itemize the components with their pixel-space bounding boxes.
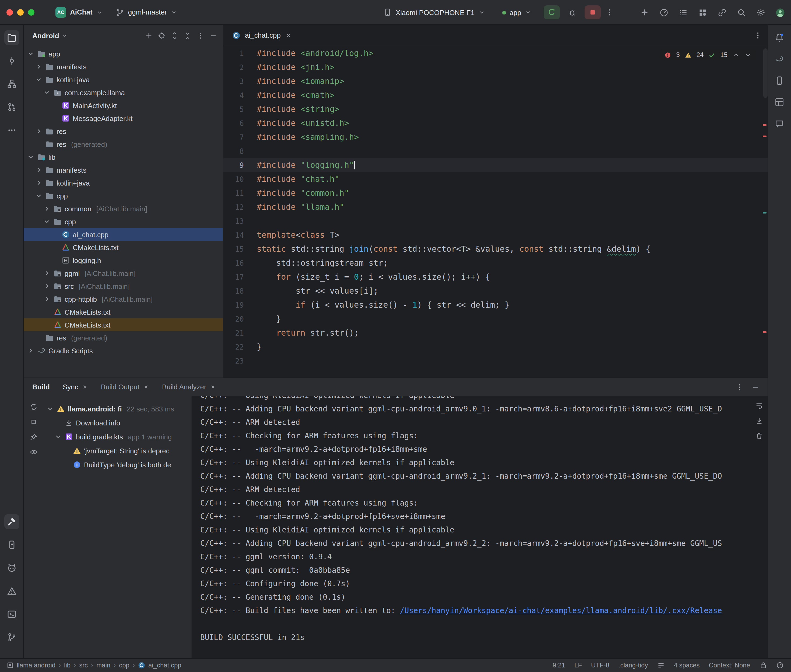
project-tree-item-app[interactable]: app xyxy=(24,47,223,60)
rerun-button[interactable] xyxy=(544,5,560,19)
console-file-link[interactable]: /Users/hanyin/Workspace/ai-chat/examples… xyxy=(400,606,722,615)
project-toolwindow-button[interactable] xyxy=(4,30,19,45)
clear-icon[interactable] xyxy=(755,432,763,440)
more-tools-toolwindow-button[interactable] xyxy=(4,123,19,138)
build-tree-item-jvmtarget-string-is-deprec[interactable]: 'jvmTarget: String' is deprec xyxy=(43,444,191,458)
breadcrumb-main[interactable]: main xyxy=(96,661,110,669)
pull-requests-toolwindow-button[interactable] xyxy=(4,99,19,115)
terminal-toolwindow-button[interactable] xyxy=(4,606,19,621)
build-panel-title[interactable]: Build xyxy=(32,383,50,391)
chevron-right-icon[interactable] xyxy=(35,63,43,70)
run-configuration-selector[interactable]: app xyxy=(497,4,536,21)
line-number[interactable]: 11 xyxy=(223,186,257,200)
build-tree-item-buildtype-debug-is-both-de[interactable]: BuildType 'debug' is both de xyxy=(43,458,191,472)
project-tree-item-src[interactable]: src[AiChat.lib.main] xyxy=(24,280,223,293)
line-number[interactable]: 16 xyxy=(223,256,257,270)
code-line-17[interactable]: 17 for (size_t i = 0; i < values.size();… xyxy=(223,270,767,284)
chevron-right-icon[interactable] xyxy=(43,269,51,277)
project-tree-item-manifests[interactable]: manifests xyxy=(24,163,223,176)
project-tree-item-res[interactable]: res xyxy=(24,125,223,138)
line-number[interactable]: 3 xyxy=(223,74,257,88)
expand-all-icon[interactable] xyxy=(171,32,179,40)
project-tree-item-res[interactable]: res(generated) xyxy=(24,138,223,150)
line-number[interactable]: 23 xyxy=(223,354,257,368)
caret-position[interactable]: 9:21 xyxy=(552,661,565,669)
code-line-6[interactable]: 6#include <unistd.h> xyxy=(223,116,767,130)
code-line-15[interactable]: 15static std::string join(const std::vec… xyxy=(223,242,767,256)
scroll-end-icon[interactable] xyxy=(755,417,763,425)
error-stripe-mark[interactable] xyxy=(762,331,766,333)
build-console[interactable]: C/C++: -- Using KleidiAI optimized kerne… xyxy=(192,396,767,658)
project-tree-item-logging-h[interactable]: logging.h xyxy=(24,254,223,267)
pin-icon[interactable] xyxy=(29,433,37,441)
error-stripe-mark[interactable] xyxy=(762,136,766,137)
code-line-3[interactable]: 3#include <iomanip> xyxy=(223,74,767,88)
gradle-toolwindow-button[interactable] xyxy=(772,52,787,67)
eye-icon[interactable] xyxy=(29,448,37,456)
project-tree-item-com-example-llama[interactable]: com.example.llama xyxy=(24,86,223,99)
settings-icon[interactable] xyxy=(756,8,765,17)
line-number[interactable]: 8 xyxy=(223,144,257,158)
project-view-selector[interactable]: Android xyxy=(32,32,68,40)
line-number[interactable]: 9 xyxy=(223,158,257,172)
line-number[interactable]: 14 xyxy=(223,228,257,242)
build-toolwindow-button[interactable] xyxy=(4,514,19,529)
project-tree-item-gradle-scripts[interactable]: Gradle Scripts xyxy=(24,344,223,357)
breadcrumb-llama-android[interactable]: llama.android xyxy=(6,661,55,669)
sync-icon[interactable] xyxy=(29,403,37,411)
search-icon[interactable] xyxy=(736,8,746,17)
chevron-right-icon[interactable] xyxy=(35,166,43,174)
close-icon[interactable] xyxy=(210,384,216,390)
profiler-icon[interactable] xyxy=(659,8,668,17)
line-number[interactable]: 6 xyxy=(223,116,257,130)
problems-toolwindow-button[interactable] xyxy=(4,583,19,598)
code-line-11[interactable]: 11#include "common.h" xyxy=(223,186,767,200)
project-tree-item-ai-chat-cpp[interactable]: ai_chat.cpp xyxy=(24,228,223,241)
error-stripe-mark[interactable] xyxy=(762,124,766,126)
suspend-icon[interactable] xyxy=(29,418,37,426)
line-number[interactable]: 5 xyxy=(223,102,257,116)
project-tree-item-res[interactable]: res(generated) xyxy=(24,331,223,344)
more-run-actions-icon[interactable] xyxy=(605,8,614,17)
line-number[interactable]: 21 xyxy=(223,326,257,340)
project-tree-item-lib[interactable]: lib xyxy=(24,150,223,163)
share-icon[interactable] xyxy=(717,8,727,17)
chevron-down-icon[interactable] xyxy=(43,89,51,96)
line-number[interactable]: 2 xyxy=(223,60,257,74)
line-number[interactable]: 18 xyxy=(223,284,257,298)
inspection-widget[interactable]: 3 24 15 xyxy=(660,50,756,60)
code-line-2[interactable]: 2#include <jni.h> xyxy=(223,60,767,74)
chevron-down-icon[interactable] xyxy=(27,153,34,161)
breadcrumb-src[interactable]: src xyxy=(79,661,88,669)
editor-options-icon[interactable] xyxy=(753,31,762,40)
line-number[interactable]: 10 xyxy=(223,172,257,186)
collapse-all-icon[interactable] xyxy=(184,32,192,40)
code-line-14[interactable]: 14template<class T> xyxy=(223,228,767,242)
device-explorer-toolwindow-button[interactable] xyxy=(4,537,19,552)
zoom-window-button[interactable] xyxy=(28,9,34,15)
line-separator[interactable]: LF xyxy=(574,661,582,669)
vcs-branch-widget[interactable]: ggml-master xyxy=(111,4,182,20)
code-line-22[interactable]: 22} xyxy=(223,340,767,354)
breadcrumb-ai-chat-cpp[interactable]: ai_chat.cpp xyxy=(138,661,181,669)
code-line-10[interactable]: 10#include "chat.h" xyxy=(223,172,767,186)
chevron-right-icon[interactable] xyxy=(27,347,34,354)
project-tree-item-ggml[interactable]: ggml[AiChat.lib.main] xyxy=(24,267,223,280)
line-number[interactable]: 20 xyxy=(223,312,257,326)
chevron-right-icon[interactable] xyxy=(35,128,43,135)
chevron-down-icon[interactable] xyxy=(55,433,62,440)
minimize-window-button[interactable] xyxy=(17,9,24,15)
project-tree-item-kotlin-java[interactable]: kotlin+java xyxy=(24,73,223,86)
layout-inspector-toolwindow-button[interactable] xyxy=(772,94,787,110)
project-tree-item-cmakelists-txt[interactable]: CMakeLists.txt xyxy=(24,318,223,331)
device-manager-toolwindow-button[interactable] xyxy=(772,73,787,88)
code-style-icon[interactable] xyxy=(657,661,665,669)
build-options-icon[interactable] xyxy=(735,382,744,391)
line-number[interactable]: 22 xyxy=(223,340,257,354)
line-number[interactable]: 19 xyxy=(223,298,257,312)
chevron-right-icon[interactable] xyxy=(43,295,51,303)
task-list-icon[interactable] xyxy=(679,8,688,17)
line-number[interactable]: 15 xyxy=(223,242,257,256)
line-number[interactable]: 17 xyxy=(223,270,257,284)
build-tab-build-analyzer[interactable]: Build Analyzer xyxy=(162,383,216,391)
